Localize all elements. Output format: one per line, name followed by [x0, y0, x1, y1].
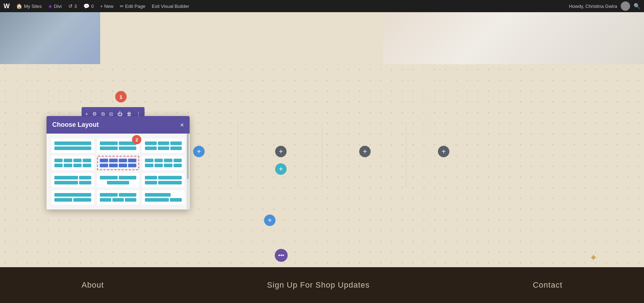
footer-signup[interactable]: Sign Up For Shop Updates [267, 280, 370, 290]
divider-2 [322, 123, 322, 188]
admin-bar: W 🏠 My Sites ◈ Divi ↺ 3 💬 0 + New ✏ Edit… [0, 0, 644, 12]
top-images [0, 12, 644, 64]
scrollbar-track [187, 134, 189, 210]
divider-3 [406, 123, 406, 188]
scrollbar-thumb[interactable] [187, 134, 189, 179]
modal-title: Choose Layout [52, 121, 99, 129]
badge-2: 2 [132, 135, 141, 144]
modal-close-button[interactable]: × [180, 122, 184, 128]
add-row-btn-teal[interactable]: + [275, 163, 287, 175]
star-decoration: ✦ [589, 252, 597, 264]
layout-grid: 2 [52, 139, 185, 205]
search-icon[interactable]: 🔍 [634, 3, 640, 9]
footer-about[interactable]: About [82, 280, 104, 290]
layout-option-wide-narrow[interactable] [52, 173, 94, 187]
wp-logo[interactable]: W [4, 3, 10, 10]
revisions-link[interactable]: ↺ 3 [68, 3, 77, 9]
badge-1: 1 [115, 91, 127, 102]
edit-page-link[interactable]: ✏ Edit Page [120, 4, 145, 9]
layout-option-4col-selected[interactable] [97, 156, 140, 170]
divi-link[interactable]: ◈ Divi [48, 3, 62, 9]
layout-option-2col[interactable]: 2 [97, 139, 140, 153]
layout-option-mixed[interactable] [97, 190, 140, 205]
new-link[interactable]: + New [100, 4, 113, 9]
layout-option-2col-v2[interactable] [97, 173, 140, 187]
layout-option-3col[interactable] [142, 139, 185, 153]
top-image-left [0, 12, 100, 64]
page-content: + ⚙ ⧉ 💾 ⏻ 🗑 ⋮ 1 + ⚙ ⧉ ⊟ ⏻ 🗑 ⋮ Choose Lay… [0, 12, 644, 303]
divider-1 [238, 123, 238, 188]
layout-option-wide-v2[interactable] [142, 190, 185, 205]
layout-option-narrow-wide[interactable] [142, 173, 185, 187]
layout-option-1col[interactable] [52, 139, 94, 153]
layout-option-4col-a[interactable] [52, 156, 94, 170]
choose-layout-modal: Choose Layout × 2 [47, 116, 190, 210]
admin-bar-right: Howdy, Christina Gwira 🔍 [569, 1, 640, 11]
footer: About Sign Up For Shop Updates Contact [0, 267, 644, 303]
exit-visual-builder-link[interactable]: Exit Visual Builder [152, 4, 189, 9]
add-section-bottom-btn[interactable]: + [264, 215, 275, 226]
footer-contact[interactable]: Contact [533, 280, 562, 290]
modal-header: Choose Layout × [47, 116, 190, 134]
layout-option-4col-b[interactable] [142, 156, 185, 170]
comments-link[interactable]: 💬 0 [83, 3, 94, 9]
add-row-btn-2[interactable]: + [275, 146, 287, 157]
top-image-right [383, 12, 644, 64]
my-sites-link[interactable]: 🏠 My Sites [16, 3, 42, 9]
dots-menu-btn[interactable]: ••• [275, 249, 288, 262]
layout-option-full-v2[interactable] [52, 190, 94, 205]
add-row-btn-4[interactable]: + [438, 146, 449, 157]
add-section-btn-1[interactable]: + [193, 146, 205, 157]
modal-body: 2 [47, 134, 190, 210]
add-row-btn-3[interactable]: + [359, 146, 371, 157]
user-avatar [621, 1, 630, 11]
